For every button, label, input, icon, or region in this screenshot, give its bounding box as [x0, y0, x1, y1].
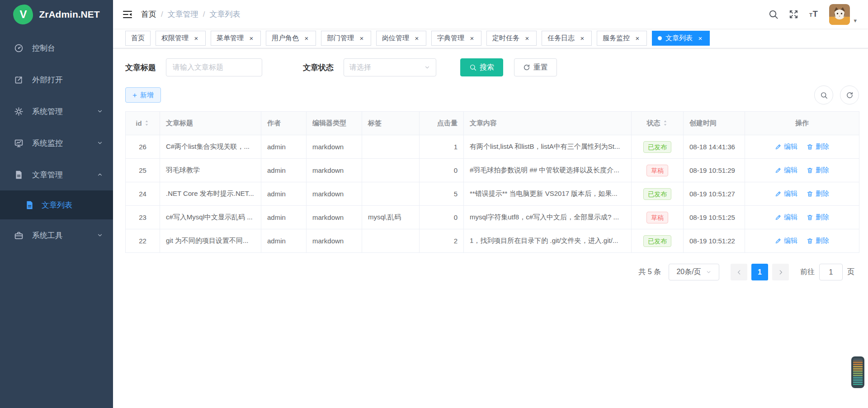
cell-actions: 编辑删除 — [745, 206, 859, 229]
close-icon[interactable]: × — [579, 35, 586, 42]
table-row-22: 22git 为不同的项目设置不同...adminmarkdown21，找到项目所… — [126, 229, 859, 253]
fullscreen-icon[interactable] — [788, 9, 799, 19]
column-header-created: 创建时间 — [684, 112, 745, 135]
tab-4[interactable]: 部门管理× — [321, 31, 371, 46]
sidebar-collapse-icon[interactable] — [122, 9, 133, 20]
goto-page-input[interactable] — [819, 264, 843, 280]
status-filter-select[interactable]: 请选择 — [344, 58, 436, 76]
tab-5[interactable]: 岗位管理× — [376, 31, 426, 46]
app-logo[interactable]: V ZrAdmin.NET — [0, 0, 113, 28]
delete-link[interactable]: 删除 — [807, 213, 829, 222]
delete-link[interactable]: 删除 — [807, 237, 829, 245]
cell-clicks: 2 — [420, 229, 464, 253]
cell-editor: markdown — [307, 229, 362, 253]
close-icon[interactable]: × — [193, 35, 200, 42]
edit-link[interactable]: 编辑 — [775, 142, 797, 151]
column-header-id[interactable]: id — [126, 112, 160, 135]
tab-10[interactable]: 文章列表× — [652, 31, 710, 46]
sidebar-item-external-open[interactable]: 外部打开 — [0, 64, 113, 95]
reset-button[interactable]: 重置 — [514, 58, 557, 76]
edit-link[interactable]: 编辑 — [775, 237, 797, 245]
sidebar-item-system-tools[interactable]: 系统工具 — [0, 219, 113, 251]
chevron-up-icon — [97, 171, 103, 178]
column-header-clicks: 点击量 — [420, 112, 464, 135]
delete-link[interactable]: 删除 — [807, 166, 829, 175]
next-page-button[interactable] — [772, 264, 789, 280]
cell-author: admin — [261, 229, 307, 253]
search-icon[interactable] — [768, 9, 778, 19]
color-strip-widget[interactable] — [851, 356, 864, 388]
sidebar-item-console[interactable]: 控制台 — [0, 32, 113, 64]
close-icon[interactable]: × — [468, 35, 476, 42]
cell-created: 08-19 10:51:27 — [684, 182, 745, 206]
tab-2[interactable]: 菜单管理× — [211, 31, 261, 46]
tab-label: 文章列表 — [665, 34, 693, 43]
title-filter-input[interactable] — [166, 58, 262, 76]
cell-id: 26 — [126, 135, 160, 159]
cell-status: 已发布 — [632, 229, 684, 253]
tab-0[interactable]: 首页 — [125, 31, 151, 46]
cell-editor: markdown — [307, 206, 362, 229]
close-icon[interactable]: × — [413, 35, 420, 42]
delete-icon — [807, 190, 813, 197]
tab-7[interactable]: 定时任务× — [486, 31, 537, 46]
article-table: id文章标题作者编辑器类型标签点击量文章内容状态创建时间操作 26C#两个lis… — [125, 111, 859, 253]
cell-author: admin — [261, 135, 307, 159]
column-label: 点击量 — [437, 119, 458, 128]
page-size-select[interactable]: 20条/页 — [669, 264, 719, 280]
prev-page-button[interactable] — [731, 264, 747, 280]
close-icon[interactable]: × — [524, 35, 531, 42]
close-icon[interactable]: × — [697, 35, 704, 42]
cell-clicks: 1 — [420, 135, 464, 159]
cell-clicks: 5 — [420, 182, 464, 206]
close-icon[interactable]: × — [303, 35, 310, 42]
cell-tag — [362, 159, 420, 182]
close-icon[interactable]: × — [248, 35, 255, 42]
table-header-row: id文章标题作者编辑器类型标签点击量文章内容状态创建时间操作 — [126, 112, 859, 135]
page-number-1[interactable]: 1 — [751, 264, 768, 280]
edit-link[interactable]: 编辑 — [775, 166, 797, 175]
breadcrumb: 首页/文章管理/文章列表 — [141, 9, 240, 19]
delete-link[interactable]: 删除 — [807, 142, 829, 151]
status-badge: 草稿 — [646, 212, 668, 223]
font-size-icon[interactable]: TT — [809, 9, 819, 19]
chevron-down-icon — [97, 232, 103, 238]
tab-6[interactable]: 字典管理× — [431, 31, 481, 46]
edit-link[interactable]: 编辑 — [775, 190, 797, 198]
status-badge: 已发布 — [643, 188, 671, 200]
show-search-button[interactable] — [814, 85, 833, 104]
breadcrumb-item-0[interactable]: 首页 — [141, 9, 156, 19]
external-link-icon — [14, 75, 24, 85]
close-icon[interactable]: × — [634, 35, 641, 42]
sidebar-item-system-management[interactable]: 系统管理 — [0, 95, 113, 127]
edit-link[interactable]: 编辑 — [775, 213, 797, 222]
tab-3[interactable]: 用户角色× — [266, 31, 316, 46]
breadcrumb-separator: / — [161, 10, 163, 19]
cell-tag: mysql,乱码 — [362, 206, 420, 229]
tab-8[interactable]: 任务日志× — [542, 31, 592, 46]
close-icon[interactable]: × — [358, 35, 365, 42]
add-button[interactable]: + 新增 — [125, 87, 161, 103]
search-button[interactable]: 搜索 — [460, 58, 503, 76]
tab-label: 部门管理 — [327, 34, 354, 43]
sidebar-item-system-monitor[interactable]: 系统监控 — [0, 127, 113, 159]
sidebar-item-label: 文章列表 — [42, 200, 103, 210]
delete-icon — [807, 143, 813, 150]
app-title: ZrAdmin.NET — [39, 9, 99, 20]
sidebar-item-label: 控制台 — [32, 43, 103, 53]
document-icon — [14, 170, 24, 180]
cell-created: 08-18 14:41:36 — [684, 135, 745, 159]
refresh-button[interactable] — [840, 85, 859, 104]
pagination: 共 5 条 20条/页 1 前往 页 — [125, 264, 859, 280]
sidebar-item-article-management[interactable]: 文章管理 — [0, 159, 113, 190]
column-header-status[interactable]: 状态 — [632, 112, 684, 135]
edit-icon — [775, 190, 782, 197]
user-menu[interactable]: ▾ — [829, 4, 857, 25]
delete-link[interactable]: 删除 — [807, 190, 829, 198]
tab-1[interactable]: 权限管理× — [156, 31, 206, 46]
tab-label: 任务日志 — [547, 34, 575, 43]
sidebar-item-article-list[interactable]: 文章列表 — [0, 190, 113, 219]
avatar[interactable] — [829, 4, 850, 25]
tab-9[interactable]: 服务监控× — [597, 31, 647, 46]
cell-id: 22 — [126, 229, 160, 253]
